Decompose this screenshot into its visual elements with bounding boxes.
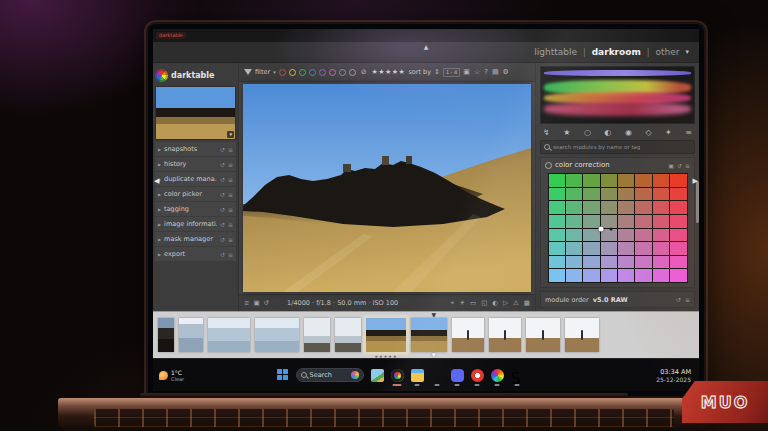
module-order-label[interactable]: module order bbox=[545, 296, 589, 304]
rating-stars[interactable]: ★★★★★ bbox=[372, 68, 406, 76]
grid-cell-4-3[interactable] bbox=[618, 215, 634, 228]
grid-cell-3-3[interactable] bbox=[601, 215, 617, 228]
taskbar-app-colorwheel[interactable] bbox=[491, 369, 504, 382]
grid-cell-1-0[interactable] bbox=[566, 174, 582, 187]
reset-icon[interactable]: ↺ bbox=[220, 176, 225, 183]
waveform-scope[interactable] bbox=[540, 66, 695, 124]
filmstrip-thumb-0[interactable] bbox=[158, 318, 174, 352]
grid-cell-4-2[interactable] bbox=[618, 201, 634, 214]
presets-icon[interactable]: ≡ bbox=[228, 161, 233, 168]
filmstrip-thumb-1[interactable] bbox=[179, 318, 203, 352]
filmstrip-thumb-5[interactable] bbox=[335, 318, 361, 352]
taskbar-clock[interactable]: 03:34 AM 25-12-2025 bbox=[656, 368, 691, 383]
module-group-icon-0[interactable]: ↯ bbox=[543, 128, 550, 137]
module-order-icon-1[interactable]: ≡ bbox=[685, 296, 690, 303]
filmstrip-thumb-11[interactable] bbox=[565, 318, 599, 352]
grid-cell-1-3[interactable] bbox=[566, 215, 582, 228]
bottom-right-icon-4[interactable]: ◐ bbox=[492, 299, 498, 307]
presets-icon[interactable]: ≡ bbox=[228, 176, 233, 183]
grid-cell-5-7[interactable] bbox=[635, 269, 651, 282]
grid-cell-4-4[interactable] bbox=[618, 229, 634, 242]
color-correction-grid[interactable] bbox=[548, 173, 688, 283]
bottom-left-icon-0[interactable]: ≡ bbox=[244, 299, 249, 307]
toolbar-misc-icon-0[interactable]: ▣ bbox=[463, 68, 470, 76]
filmstrip-thumb-6-selected[interactable]: ★★★★★ bbox=[366, 318, 406, 352]
reset-icon[interactable]: ↺ bbox=[220, 191, 225, 198]
toolbar-misc-icon-3[interactable]: ▤ bbox=[492, 68, 499, 76]
bottom-right-icon-5[interactable]: ▷ bbox=[503, 299, 508, 307]
zoom-range-label[interactable]: 1 - 4 bbox=[443, 68, 460, 77]
filmstrip-thumb-3[interactable] bbox=[255, 318, 299, 352]
left-module-history[interactable]: ▶history↺≡ bbox=[155, 157, 236, 171]
grid-cell-0-0[interactable] bbox=[549, 174, 565, 187]
grid-cell-4-7[interactable] bbox=[618, 269, 634, 282]
grid-cell-2-5[interactable] bbox=[583, 242, 599, 255]
bottom-right-icon-0[interactable]: ⌖ bbox=[451, 299, 455, 307]
color-label-6[interactable] bbox=[339, 69, 346, 76]
navigation-thumbnail[interactable]: ▾ bbox=[155, 86, 236, 140]
toolbar-misc-icon-4[interactable]: ⚙ bbox=[503, 68, 509, 76]
left-module-export[interactable]: ▶export↺≡ bbox=[155, 247, 236, 261]
left-module-mask-manager[interactable]: ▶mask manager↺≡ bbox=[155, 232, 236, 246]
grid-cell-0-7[interactable] bbox=[549, 269, 565, 282]
bottom-right-icon-3[interactable]: ◱ bbox=[481, 299, 487, 307]
grid-cell-3-0[interactable] bbox=[601, 174, 617, 187]
grid-cell-3-5[interactable] bbox=[601, 242, 617, 255]
grid-cell-1-4[interactable] bbox=[566, 229, 582, 242]
grid-cell-2-3[interactable] bbox=[583, 215, 599, 228]
color-label-4[interactable] bbox=[319, 69, 326, 76]
taskbar-app-darktable[interactable] bbox=[391, 369, 404, 382]
bottom-right-icon-7[interactable]: ▦ bbox=[524, 299, 530, 307]
module-group-icon-5[interactable]: ◇ bbox=[645, 128, 651, 137]
grid-cell-0-6[interactable] bbox=[549, 256, 565, 269]
filmstrip-thumb-7[interactable] bbox=[411, 318, 447, 352]
grid-cell-3-1[interactable] bbox=[601, 188, 617, 201]
taskbar-app-discord[interactable] bbox=[451, 369, 464, 382]
sort-by-label[interactable]: sort by bbox=[408, 68, 431, 76]
grid-cell-5-6[interactable] bbox=[635, 256, 651, 269]
color-label-1[interactable] bbox=[289, 69, 296, 76]
grid-cell-1-5[interactable] bbox=[566, 242, 582, 255]
reset-icon[interactable]: ↺ bbox=[220, 251, 225, 258]
grid-cell-7-5[interactable] bbox=[670, 242, 686, 255]
taskbar-app-explorer[interactable] bbox=[411, 369, 424, 382]
presets-icon[interactable]: ≡ bbox=[228, 236, 233, 243]
grid-cell-6-4[interactable] bbox=[653, 229, 669, 242]
filmstrip-thumb-9[interactable] bbox=[489, 318, 521, 352]
taskbar-app-media[interactable] bbox=[471, 369, 484, 382]
grid-cell-2-7[interactable] bbox=[583, 269, 599, 282]
sort-direction-icon[interactable]: ↕ bbox=[434, 68, 440, 76]
grid-cell-1-6[interactable] bbox=[566, 256, 582, 269]
grid-cell-0-5[interactable] bbox=[549, 242, 565, 255]
module-header-icon-2[interactable]: ≡ bbox=[685, 162, 690, 169]
grid-cell-4-6[interactable] bbox=[618, 256, 634, 269]
reset-icon[interactable]: ↺ bbox=[220, 146, 225, 153]
bottom-right-icon-2[interactable]: ▭ bbox=[470, 299, 476, 307]
grid-cell-2-0[interactable] bbox=[583, 174, 599, 187]
module-order-value[interactable]: v5.0 RAW bbox=[593, 296, 628, 304]
presets-icon[interactable]: ≡ bbox=[228, 251, 233, 258]
grid-cell-0-2[interactable] bbox=[549, 201, 565, 214]
filmstrip-thumb-8[interactable] bbox=[452, 318, 484, 352]
reset-icon[interactable]: ↺ bbox=[220, 161, 225, 168]
grid-cell-4-5[interactable] bbox=[618, 242, 634, 255]
taskbar-search[interactable]: Search bbox=[296, 368, 364, 382]
filmstrip-thumb-4[interactable] bbox=[304, 318, 330, 352]
bottom-right-icon-1[interactable]: ☀ bbox=[459, 299, 465, 307]
module-group-icon-4[interactable]: ◉ bbox=[625, 128, 632, 137]
grid-cell-6-2[interactable] bbox=[653, 201, 669, 214]
left-module-snapshots[interactable]: ▶snapshots↺≡ bbox=[155, 142, 236, 156]
start-button[interactable] bbox=[277, 369, 289, 381]
module-order-icon-0[interactable]: ↺ bbox=[676, 296, 681, 303]
main-photo[interactable] bbox=[243, 84, 531, 292]
module-header-icon-0[interactable]: ▣ bbox=[668, 162, 674, 169]
grid-cell-5-5[interactable] bbox=[635, 242, 651, 255]
toolbar-misc-icon-1[interactable]: ☆ bbox=[474, 68, 480, 76]
grid-cell-0-4[interactable] bbox=[549, 229, 565, 242]
module-header-icon-1[interactable]: ↺ bbox=[677, 162, 682, 169]
grid-cell-6-6[interactable] bbox=[653, 256, 669, 269]
module-header[interactable]: color correction ▣↺≡ bbox=[541, 158, 694, 172]
color-label-clear[interactable] bbox=[349, 69, 356, 76]
module-group-icon-6[interactable]: ✦ bbox=[665, 128, 672, 137]
filmstrip-thumb-10[interactable] bbox=[526, 318, 560, 352]
